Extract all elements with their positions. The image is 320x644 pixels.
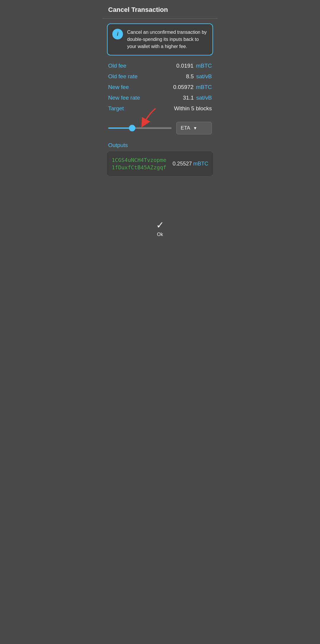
header: Cancel Transaction (102, 0, 218, 18)
info-text: Cancel an unconfirmed transaction by dou… (127, 29, 208, 50)
old-fee-rate-amount: 8.5 (186, 73, 194, 80)
info-box: i Cancel an unconfirmed transaction by d… (107, 23, 213, 55)
slider-section: ETA ▼ (102, 116, 218, 137)
chevron-down-icon: ▼ (193, 126, 197, 130)
page-container: Cancel Transaction i Cancel an unconfirm… (102, 0, 218, 267)
old-fee-amount: 0.0191 (176, 63, 193, 69)
target-row: Target Within 5 blocks (108, 105, 212, 112)
old-fee-unit: mBTC (196, 63, 212, 69)
ok-button[interactable]: ✓ Ok (156, 219, 164, 237)
output-address: 1CGS4uNCH4Tvzopme1fDuxfCtB45AZzgqf (112, 156, 169, 171)
new-fee-rate-label: New fee rate (108, 95, 140, 101)
new-fee-label: New fee (108, 84, 129, 90)
new-fee-rate-value: 31.1 sat/vB (183, 95, 212, 101)
checkmark-icon: ✓ (156, 219, 164, 231)
old-fee-value: 0.0191 mBTC (176, 63, 212, 69)
fee-slider-container[interactable] (108, 127, 172, 129)
ok-label: Ok (157, 232, 163, 237)
old-fee-row: Old fee 0.0191 mBTC (108, 63, 212, 69)
spacer (102, 176, 218, 219)
new-fee-rate-amount: 31.1 (183, 95, 194, 101)
new-fee-rate-unit: sat/vB (196, 95, 212, 101)
old-fee-rate-unit: sat/vB (196, 73, 212, 80)
output-amount: 0.25527 mBTC (172, 161, 208, 167)
info-icon: i (112, 29, 123, 39)
bottom-section: ✓ Ok (102, 219, 218, 243)
page-title: Cancel Transaction (108, 6, 212, 14)
output-unit: mBTC (193, 161, 208, 167)
old-fee-rate-row: Old fee rate 8.5 sat/vB (108, 73, 212, 80)
output-item: 1CGS4uNCH4Tvzopme1fDuxfCtB45AZzgqf 0.255… (107, 152, 213, 176)
header-divider (102, 18, 218, 19)
new-fee-row: New fee 0.05972 mBTC (108, 84, 212, 90)
outputs-label: Outputs (102, 137, 218, 152)
target-label: Target (108, 105, 124, 112)
new-fee-value: 0.05972 mBTC (173, 84, 212, 90)
new-fee-amount: 0.05972 (173, 84, 193, 90)
output-value: 0.25527 (172, 161, 192, 167)
old-fee-rate-label: Old fee rate (108, 73, 137, 80)
slider-track (108, 127, 172, 129)
eta-dropdown[interactable]: ETA ▼ (176, 122, 212, 134)
old-fee-rate-value: 8.5 sat/vB (186, 73, 212, 80)
fee-section: Old fee 0.0191 mBTC Old fee rate 8.5 sat… (102, 63, 218, 116)
eta-dropdown-label: ETA (181, 125, 190, 131)
new-fee-unit: mBTC (196, 84, 212, 90)
slider-thumb (129, 125, 135, 131)
target-value: Within 5 blocks (174, 105, 212, 112)
old-fee-label: Old fee (108, 63, 126, 69)
new-fee-rate-row: New fee rate 31.1 sat/vB (108, 95, 212, 101)
